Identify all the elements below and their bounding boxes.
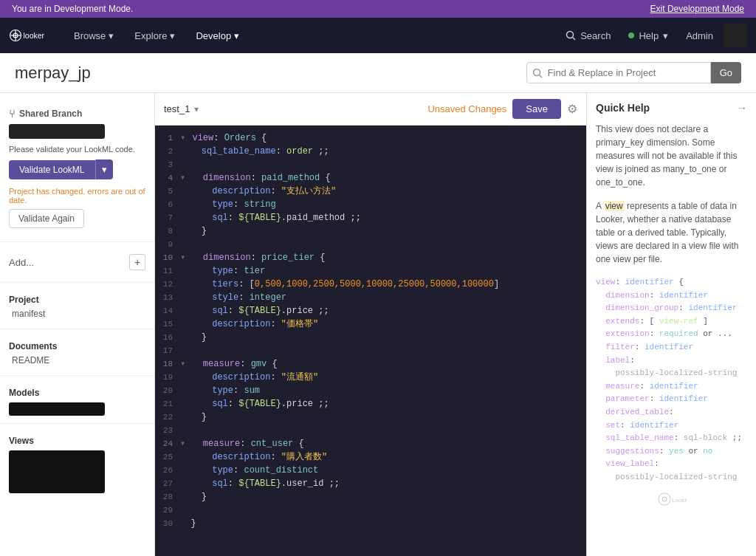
branch-label: Shared Branch bbox=[19, 109, 82, 119]
line-numbers: 1234567891011121314151617181920212223242… bbox=[155, 126, 177, 556]
quick-help-title: Quick Help bbox=[596, 102, 650, 114]
code-line-21: sql: ${TABLE}.price ;; bbox=[180, 397, 580, 411]
code-line-16: } bbox=[180, 331, 580, 344]
code-line-29 bbox=[180, 504, 580, 517]
quick-help-text1: This view does not declare a primary_key… bbox=[596, 123, 747, 189]
sidebar-divider-4 bbox=[0, 375, 154, 376]
sidebar: ⑂ Shared Branch Please validate your Loo… bbox=[0, 93, 155, 556]
toolbar-right: Unsaved Changes Save ⚙ bbox=[427, 99, 577, 119]
find-replace-input[interactable] bbox=[526, 62, 711, 83]
user-avatar[interactable] bbox=[724, 24, 747, 47]
fold-arrow-4[interactable]: ▾ bbox=[180, 173, 190, 183]
go-button[interactable]: Go bbox=[711, 62, 741, 83]
nav-develop-label: Develop bbox=[196, 30, 231, 41]
quick-help-code: view: identifier { dimension: identifier… bbox=[596, 276, 747, 484]
sidebar-models-label: Models bbox=[0, 383, 154, 399]
nav-explore[interactable]: Explore ▾ bbox=[126, 26, 184, 46]
code-line-9 bbox=[180, 238, 580, 251]
validate-message: Please validate your LookML code. bbox=[9, 145, 145, 154]
admin-button[interactable]: Admin bbox=[678, 26, 721, 46]
sidebar-divider-1 bbox=[0, 241, 154, 242]
fold-arrow-18[interactable]: ▾ bbox=[180, 359, 190, 369]
code-line-4: ▾ dimension: paid_method { bbox=[180, 171, 580, 185]
settings-button[interactable]: ⚙ bbox=[567, 102, 577, 116]
svg-text:LookML: LookML bbox=[672, 497, 687, 504]
dev-mode-banner: You are in Development Mode. Exit Develo… bbox=[0, 0, 756, 18]
code-line-28: } bbox=[180, 490, 580, 504]
code-line-15: description: "価格帯" bbox=[180, 318, 580, 331]
sidebar-readme-item[interactable]: README bbox=[0, 353, 154, 368]
find-search-icon bbox=[532, 68, 543, 78]
branch-icon: ⑂ bbox=[9, 108, 15, 120]
sidebar-project-label: Project bbox=[0, 290, 154, 306]
nav-explore-chevron: ▾ bbox=[170, 30, 175, 41]
sidebar-views-bar bbox=[9, 450, 105, 493]
nav-browse[interactable]: Browse ▾ bbox=[65, 26, 123, 46]
file-tab[interactable]: test_1 ▾ bbox=[164, 103, 199, 114]
top-nav: looker Browse ▾ Explore ▾ Develop ▾ Sear… bbox=[0, 18, 756, 53]
help-chevron: ▾ bbox=[663, 30, 668, 41]
fold-arrow-10[interactable]: ▾ bbox=[180, 253, 190, 263]
help-button[interactable]: Help ▾ bbox=[621, 26, 676, 46]
code-line-6: type: string bbox=[180, 198, 580, 211]
code-line-10: ▾ dimension: price_tier { bbox=[180, 251, 580, 264]
logo[interactable]: looker bbox=[9, 25, 53, 46]
validate-again-button[interactable]: Validate Again bbox=[9, 209, 84, 228]
code-line-22: } bbox=[180, 411, 580, 424]
editor-area: test_1 ▾ Unsaved Changes Save ⚙ 12345678… bbox=[155, 93, 586, 556]
svg-text:looker: looker bbox=[24, 31, 45, 40]
code-line-20: type: sum bbox=[180, 384, 580, 397]
code-line-13: style: integer bbox=[180, 291, 580, 304]
validate-lookml-button[interactable]: Validate LookML bbox=[9, 160, 95, 179]
code-line-26: type: count_distinct bbox=[180, 464, 580, 477]
add-button[interactable]: + bbox=[129, 254, 145, 270]
code-content[interactable]: ▾ view: Orders { sql_table_name: order ;… bbox=[177, 126, 586, 556]
file-tab-name: test_1 bbox=[164, 103, 190, 114]
nav-develop[interactable]: Develop ▾ bbox=[187, 26, 248, 46]
find-replace-bar: Go bbox=[526, 62, 741, 83]
save-button[interactable]: Save bbox=[512, 99, 561, 119]
svg-line-8 bbox=[539, 75, 542, 78]
code-line-8: } bbox=[180, 224, 580, 238]
code-line-24: ▾ measure: cnt_user { bbox=[180, 437, 580, 450]
svg-point-10 bbox=[662, 497, 667, 501]
code-line-23 bbox=[180, 424, 580, 437]
sidebar-views-label: Views bbox=[0, 431, 154, 447]
unsaved-changes-label: Unsaved Changes bbox=[427, 103, 506, 114]
search-button[interactable]: Search bbox=[558, 26, 618, 46]
code-line-3 bbox=[180, 158, 580, 171]
main-layout: ⑂ Shared Branch Please validate your Loo… bbox=[0, 93, 756, 556]
fold-arrow-24[interactable]: ▾ bbox=[180, 439, 190, 449]
quick-help-close-arrow[interactable]: → bbox=[737, 102, 747, 114]
code-line-17 bbox=[180, 344, 580, 357]
admin-label: Admin bbox=[686, 30, 713, 41]
nav-develop-chevron: ▾ bbox=[234, 30, 239, 41]
page-title: merpay_jp bbox=[15, 64, 91, 83]
code-line-30: } bbox=[180, 517, 580, 530]
quick-help-text2: A view represents a table of data in Loo… bbox=[596, 199, 747, 266]
file-tab-chevron: ▾ bbox=[194, 104, 199, 114]
nav-browse-chevron: ▾ bbox=[109, 30, 114, 41]
quick-help-panel: Quick Help → This view does not declare … bbox=[586, 93, 756, 556]
code-line-25: description: "購入者数" bbox=[180, 450, 580, 464]
code-line-1: ▾ view: Orders { bbox=[180, 131, 580, 145]
sidebar-add-row: Add... + bbox=[0, 250, 154, 275]
editor-toolbar: test_1 ▾ Unsaved Changes Save ⚙ bbox=[155, 93, 586, 126]
code-line-11: type: tier bbox=[180, 264, 580, 278]
nav-explore-label: Explore bbox=[134, 30, 167, 41]
code-line-5: description: "支払い方法" bbox=[180, 185, 580, 198]
validate-dropdown-button[interactable]: ▾ bbox=[95, 159, 113, 179]
code-editor: 1234567891011121314151617181920212223242… bbox=[155, 126, 586, 556]
sidebar-manifest-item[interactable]: manifest bbox=[0, 306, 154, 321]
validate-btn-wrap: Validate LookML ▾ bbox=[9, 159, 145, 179]
search-icon bbox=[566, 30, 576, 41]
looker-watermark: LookML bbox=[596, 484, 747, 511]
exit-dev-mode-link[interactable]: Exit Development Mode bbox=[650, 4, 744, 14]
dev-mode-message: You are in Development Mode. bbox=[12, 4, 133, 14]
sidebar-divider-3 bbox=[0, 329, 154, 329]
code-line-18: ▾ measure: gmv { bbox=[180, 357, 580, 371]
code-line-14: sql: ${TABLE}.price ;; bbox=[180, 304, 580, 318]
sidebar-divider-5 bbox=[0, 423, 154, 424]
branch-name-bar bbox=[9, 124, 105, 139]
fold-arrow-1[interactable]: ▾ bbox=[180, 133, 190, 143]
